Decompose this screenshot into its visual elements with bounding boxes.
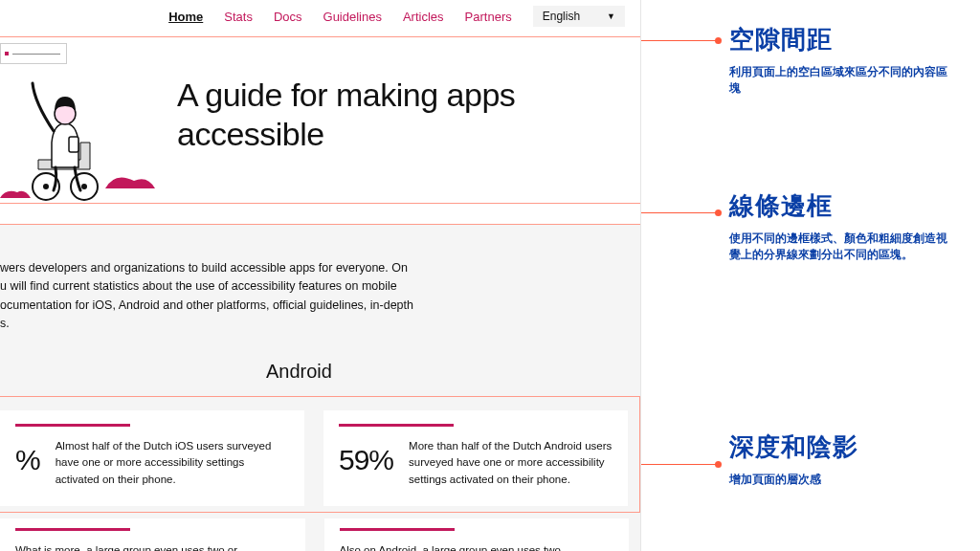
annotation-title: 線條邊框 [729,189,949,223]
body-section: wers developers and organizations to bui… [0,225,640,551]
nav-home[interactable]: Home [168,10,203,24]
hero-title: A guide for making apps accessible [177,76,515,154]
connector-line [641,464,718,465]
stat-percent: % [15,438,40,483]
annotation-depth: 深度和陰影 增加頁面的層次感 [729,430,858,488]
svg-point-2 [43,184,49,189]
annotation-desc: 增加頁面的層次感 [729,472,858,488]
accent-bar [15,424,130,427]
annotation-desc: 利用頁面上的空白區域來區分不同的內容區塊 [729,64,949,98]
nav-stats[interactable]: Stats [224,10,253,24]
nav-docs[interactable]: Docs [274,10,302,24]
search-icon [5,52,9,55]
accent-bar [15,528,130,531]
spacing-row [0,204,640,225]
stat-desc: Also on Android, a large group even uses… [340,542,614,551]
stat-card: What is more, a large group even uses tw… [0,518,305,551]
annotation-spacing: 空隙間距 利用頁面上的空白區域來區分不同的內容區塊 [729,23,949,98]
search-input[interactable] [0,43,67,64]
stat-percent: 59% [339,438,393,483]
intro-text: wers developers and organizations to bui… [0,259,612,334]
hero-illustration [0,74,163,203]
chevron-down-icon: ▼ [607,11,615,21]
annotation-border: 線條邊框 使用不同的邊框樣式、顏色和粗細度創造視覺上的分界線來劃分出不同的區塊。 [729,189,949,264]
nav-guidelines[interactable]: Guidelines [323,10,382,24]
platform-heading: Android [266,357,640,386]
annotation-title: 空隙間距 [729,23,949,56]
hero-section: A guide for making apps accessible [0,36,640,204]
stat-desc: Almost half of the Dutch iOS users surve… [56,438,289,489]
svg-point-3 [81,184,87,189]
stat-cards-row2: What is more, a large group even uses tw… [0,513,640,551]
language-label: English [543,10,580,23]
stat-cards: % Almost half of the Dutch iOS users sur… [0,396,640,513]
language-select[interactable]: English ▼ [533,6,625,27]
annotation-title: 深度和陰影 [729,430,858,464]
top-nav: Home Stats Docs Guidelines Articles Part… [0,0,640,36]
annotation-desc: 使用不同的邊框樣式、顏色和粗細度創造視覺上的分界線來劃分出不同的區塊。 [729,231,949,264]
nav-partners[interactable]: Partners [465,10,512,24]
stat-desc: What is more, a large group even uses tw… [15,542,290,551]
accent-bar [340,528,455,531]
stat-card: 59% More than half of the Dutch Android … [323,410,628,506]
connector-line [641,40,718,41]
stat-card: Also on Android, a large group even uses… [324,518,630,551]
stat-desc: More than half of the Dutch Android user… [409,438,612,489]
stat-card: % Almost half of the Dutch iOS users sur… [0,410,304,506]
nav-articles[interactable]: Articles [403,10,444,24]
connector-line [641,212,718,213]
svg-rect-5 [69,137,78,152]
accent-bar [339,424,454,427]
website-mock: Home Stats Docs Guidelines Articles Part… [0,0,641,551]
